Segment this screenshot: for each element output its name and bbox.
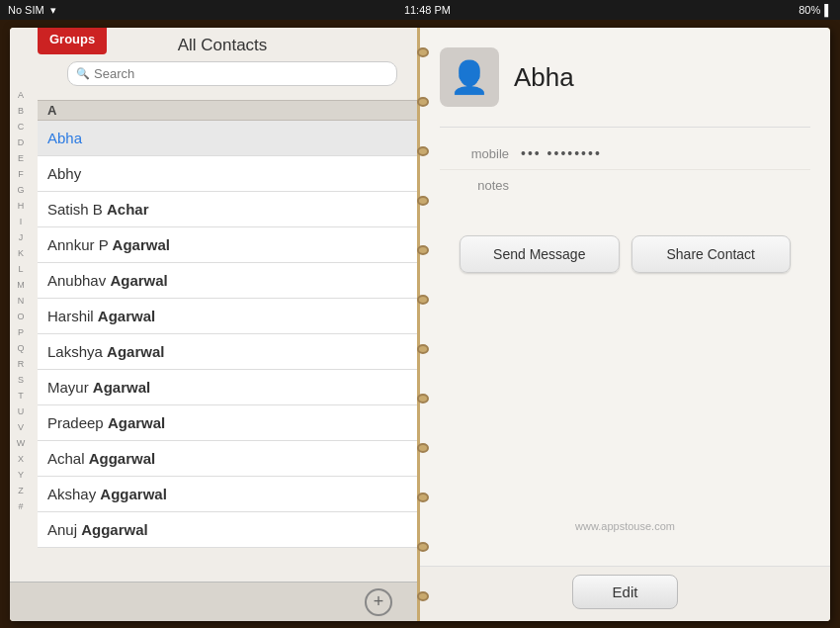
battery-text: 80% xyxy=(798,4,820,16)
contact-list: AAbhaAbhySatish B AcharAnnkur P AgarwalA… xyxy=(10,100,417,582)
spiral-ring xyxy=(417,542,429,552)
add-button-bar: + xyxy=(10,582,417,621)
mobile-label: mobile xyxy=(440,146,509,161)
spiral-ring xyxy=(417,591,429,601)
status-right: 80% ▌ xyxy=(798,4,832,16)
contact-item[interactable]: Mayur Agarwal xyxy=(38,370,417,405)
spiral-ring xyxy=(417,196,429,206)
contact-item[interactable]: Satish B Achar xyxy=(38,192,417,227)
spiral-ring xyxy=(417,493,429,502)
alpha-letter-u[interactable]: U xyxy=(18,404,25,419)
spiral-ring xyxy=(417,344,429,354)
spiral-ring xyxy=(417,47,429,57)
carrier-text: No SIM xyxy=(8,4,44,16)
contact-item[interactable]: Abhy xyxy=(38,156,417,192)
detail-panel: 👤 Abha mobile ••• •••••••• notes Send Me… xyxy=(420,28,830,621)
alpha-letter-d[interactable]: D xyxy=(18,135,25,150)
edit-button[interactable]: Edit xyxy=(572,575,679,609)
notes-row: notes xyxy=(440,170,810,201)
mobile-row: mobile ••• •••••••• xyxy=(440,137,810,170)
alpha-letter-f[interactable]: F xyxy=(18,166,24,182)
contact-item[interactable]: Harshil Agarwal xyxy=(38,299,417,334)
alpha-letter-j[interactable]: J xyxy=(19,229,24,245)
alpha-letter-k[interactable]: K xyxy=(18,245,24,261)
alpha-letter-v[interactable]: V xyxy=(18,419,24,435)
alpha-letter-c[interactable]: C xyxy=(18,119,25,135)
send-message-button[interactable]: Send Message xyxy=(460,235,620,273)
alpha-letter-s[interactable]: S xyxy=(18,372,24,388)
mobile-value[interactable]: ••• •••••••• xyxy=(521,145,602,161)
search-input[interactable] xyxy=(94,66,388,81)
alpha-letter-m[interactable]: M xyxy=(17,277,25,293)
avatar: 👤 xyxy=(440,47,499,107)
alphabet-sidebar: ABCDEFGHIJKLMNOPQRSTUVWXYZ# xyxy=(10,87,32,514)
alpha-letter-q[interactable]: Q xyxy=(17,340,24,356)
wifi-icon: ▾ xyxy=(50,4,56,17)
alpha-letter-o[interactable]: O xyxy=(17,309,24,324)
alpha-letter-l[interactable]: L xyxy=(18,261,23,277)
notes-label: notes xyxy=(440,178,509,193)
add-contact-button[interactable]: + xyxy=(365,588,392,616)
contact-name: Abha xyxy=(514,62,574,93)
alpha-letter-w[interactable]: W xyxy=(17,435,26,451)
spiral-ring xyxy=(417,245,429,255)
contact-item[interactable]: Anubhav Agarwal xyxy=(38,263,417,299)
contact-item[interactable]: Anuj Aggarwal xyxy=(38,512,417,548)
alpha-letter-g[interactable]: G xyxy=(17,182,24,198)
spiral-ring xyxy=(417,97,429,107)
alpha-letter-#[interactable]: # xyxy=(18,498,23,514)
battery-icon: ▌ xyxy=(824,4,832,16)
alpha-letter-n[interactable]: N xyxy=(18,293,25,309)
search-bar[interactable]: 🔍 xyxy=(67,61,397,86)
spiral-ring xyxy=(417,394,429,404)
contact-item[interactable]: Pradeep Agarwal xyxy=(38,405,417,441)
alpha-letter-t[interactable]: T xyxy=(18,388,24,404)
alpha-letter-i[interactable]: I xyxy=(20,214,23,229)
info-section: mobile ••• •••••••• notes xyxy=(440,127,810,201)
alpha-letter-p[interactable]: P xyxy=(18,324,24,340)
alpha-letter-b[interactable]: B xyxy=(18,103,24,119)
share-contact-button[interactable]: Share Contact xyxy=(631,235,792,273)
spiral-ring xyxy=(417,146,429,156)
contact-item[interactable]: Lakshya Agarwal xyxy=(38,334,417,370)
groups-button[interactable]: Groups xyxy=(38,28,107,54)
alpha-letter-h[interactable]: H xyxy=(18,198,25,214)
spiral-ring xyxy=(417,295,429,305)
status-left: No SIM ▾ xyxy=(8,4,56,17)
contact-profile: 👤 Abha xyxy=(440,47,810,107)
contact-item[interactable]: Abha xyxy=(38,121,417,156)
status-time: 11:48 PM xyxy=(404,4,451,16)
alpha-letter-r[interactable]: R xyxy=(18,356,25,372)
contacts-panel: Groups ABCDEFGHIJKLMNOPQRSTUVWXYZ# All C… xyxy=(10,28,420,621)
contact-item[interactable]: Annkur P Agarwal xyxy=(38,227,417,263)
alpha-letter-a[interactable]: A xyxy=(18,87,24,103)
book-container: Groups ABCDEFGHIJKLMNOPQRSTUVWXYZ# All C… xyxy=(10,28,830,621)
contact-item[interactable]: Akshay Aggarwal xyxy=(38,477,417,512)
alpha-letter-e[interactable]: E xyxy=(18,150,24,166)
alpha-letter-y[interactable]: Y xyxy=(18,467,24,483)
status-bar: No SIM ▾ 11:48 PM 80% ▌ xyxy=(0,0,840,20)
section-header-a: A xyxy=(38,100,417,121)
alpha-letter-x[interactable]: X xyxy=(18,451,24,467)
person-icon: 👤 xyxy=(450,58,489,96)
search-icon: 🔍 xyxy=(76,67,90,80)
alpha-letter-z[interactable]: Z xyxy=(18,483,24,498)
detail-footer: Edit xyxy=(420,566,830,621)
contact-item[interactable]: Achal Aggarwal xyxy=(38,441,417,477)
action-buttons: Send Message Share Contact xyxy=(440,221,810,288)
spiral-ring xyxy=(417,443,429,453)
detail-content: 👤 Abha mobile ••• •••••••• notes Send Me… xyxy=(420,28,830,566)
spiral-binding xyxy=(420,28,426,621)
